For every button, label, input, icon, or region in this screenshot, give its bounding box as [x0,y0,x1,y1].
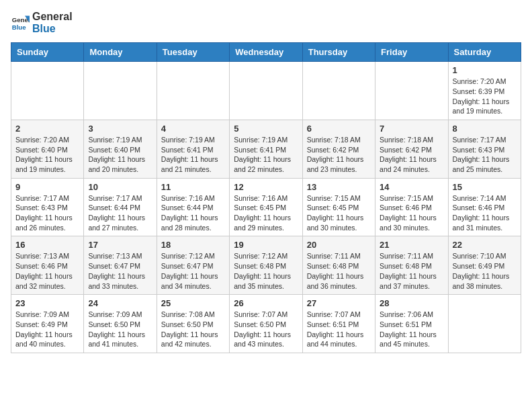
day-info: Sunrise: 7:13 AM Sunset: 6:46 PM Dayligh… [15,251,79,291]
calendar-day-cell: 10Sunrise: 7:17 AM Sunset: 6:44 PM Dayli… [84,178,157,236]
day-number: 9 [15,182,79,192]
calendar-week-row: 9Sunrise: 7:17 AM Sunset: 6:43 PM Daylig… [11,178,521,236]
calendar-day-cell: 3Sunrise: 7:19 AM Sunset: 6:40 PM Daylig… [84,120,157,178]
day-info: Sunrise: 7:06 AM Sunset: 6:51 PM Dayligh… [380,310,443,349]
calendar-day-cell [448,295,521,353]
day-number: 20 [307,240,371,250]
calendar-day-cell: 13Sunrise: 7:15 AM Sunset: 6:45 PM Dayli… [302,178,375,236]
calendar-day-cell: 18Sunrise: 7:12 AM Sunset: 6:47 PM Dayli… [157,236,229,295]
calendar-day-cell [157,62,229,120]
day-of-week-header: Wednesday [230,43,302,62]
svg-text:Blue: Blue [12,23,26,30]
calendar-day-cell: 16Sunrise: 7:13 AM Sunset: 6:46 PM Dayli… [11,236,84,295]
day-number: 14 [380,182,443,192]
calendar-day-cell: 19Sunrise: 7:12 AM Sunset: 6:48 PM Dayli… [230,236,302,295]
calendar-day-cell: 2Sunrise: 7:20 AM Sunset: 6:40 PM Daylig… [11,120,84,178]
day-number: 26 [234,298,298,308]
calendar-day-cell [84,62,157,120]
day-info: Sunrise: 7:18 AM Sunset: 6:42 PM Dayligh… [307,135,371,175]
day-info: Sunrise: 7:15 AM Sunset: 6:46 PM Dayligh… [380,193,443,233]
day-of-week-header: Tuesday [157,43,229,62]
day-number: 23 [15,298,79,308]
calendar-day-cell: 14Sunrise: 7:15 AM Sunset: 6:46 PM Dayli… [375,178,448,236]
calendar-table: SundayMondayTuesdayWednesdayThursdayFrid… [11,42,521,353]
day-of-week-header: Saturday [448,43,521,62]
day-number: 22 [453,240,517,250]
day-number: 6 [307,124,371,134]
day-info: Sunrise: 7:17 AM Sunset: 6:44 PM Dayligh… [88,193,152,233]
calendar-day-cell: 17Sunrise: 7:13 AM Sunset: 6:47 PM Dayli… [84,236,157,295]
calendar-day-cell: 23Sunrise: 7:09 AM Sunset: 6:49 PM Dayli… [11,295,84,353]
calendar-week-row: 1Sunrise: 7:20 AM Sunset: 6:39 PM Daylig… [11,62,521,120]
calendar-day-cell [230,62,302,120]
day-info: Sunrise: 7:12 AM Sunset: 6:47 PM Dayligh… [161,251,225,291]
day-info: Sunrise: 7:12 AM Sunset: 6:48 PM Dayligh… [234,251,298,291]
day-info: Sunrise: 7:09 AM Sunset: 6:50 PM Dayligh… [88,310,152,349]
day-number: 17 [88,240,152,250]
calendar-day-cell: 28Sunrise: 7:06 AM Sunset: 6:51 PM Dayli… [375,295,448,353]
calendar-day-cell: 12Sunrise: 7:16 AM Sunset: 6:45 PM Dayli… [230,178,302,236]
day-number: 11 [161,182,225,192]
calendar-day-cell: 5Sunrise: 7:19 AM Sunset: 6:41 PM Daylig… [230,120,302,178]
logo-blue: Blue [32,23,73,35]
calendar-day-cell: 1Sunrise: 7:20 AM Sunset: 6:39 PM Daylig… [448,62,521,120]
calendar-day-cell: 25Sunrise: 7:08 AM Sunset: 6:50 PM Dayli… [157,295,229,353]
day-info: Sunrise: 7:19 AM Sunset: 6:41 PM Dayligh… [161,135,225,175]
day-number: 5 [234,124,298,134]
day-of-week-header: Sunday [11,43,84,62]
calendar-day-cell: 15Sunrise: 7:14 AM Sunset: 6:46 PM Dayli… [448,178,521,236]
day-number: 28 [380,298,443,308]
day-info: Sunrise: 7:16 AM Sunset: 6:44 PM Dayligh… [161,193,225,233]
day-info: Sunrise: 7:20 AM Sunset: 6:40 PM Dayligh… [15,135,79,175]
day-of-week-header: Thursday [302,43,375,62]
day-info: Sunrise: 7:07 AM Sunset: 6:51 PM Dayligh… [307,310,371,349]
day-info: Sunrise: 7:17 AM Sunset: 6:43 PM Dayligh… [15,193,79,233]
day-number: 24 [88,298,152,308]
day-of-week-header: Monday [84,43,157,62]
calendar-week-row: 23Sunrise: 7:09 AM Sunset: 6:49 PM Dayli… [11,295,521,353]
day-number: 27 [307,298,371,308]
day-number: 2 [15,124,79,134]
calendar-day-cell: 27Sunrise: 7:07 AM Sunset: 6:51 PM Dayli… [302,295,375,353]
day-number: 19 [234,240,298,250]
day-number: 21 [380,240,443,250]
day-number: 12 [234,182,298,192]
calendar-day-cell: 6Sunrise: 7:18 AM Sunset: 6:42 PM Daylig… [302,120,375,178]
day-number: 18 [161,240,225,250]
day-info: Sunrise: 7:17 AM Sunset: 6:43 PM Dayligh… [453,135,517,175]
day-number: 3 [88,124,152,134]
day-info: Sunrise: 7:11 AM Sunset: 6:48 PM Dayligh… [380,251,443,291]
calendar-day-cell: 21Sunrise: 7:11 AM Sunset: 6:48 PM Dayli… [375,236,448,295]
day-info: Sunrise: 7:19 AM Sunset: 6:41 PM Dayligh… [234,135,298,175]
day-number: 4 [161,124,225,134]
calendar-day-cell: 20Sunrise: 7:11 AM Sunset: 6:48 PM Dayli… [302,236,375,295]
day-info: Sunrise: 7:19 AM Sunset: 6:40 PM Dayligh… [88,135,152,175]
logo-general: General [32,11,73,23]
logo: General Blue General Blue [11,11,73,34]
calendar-day-cell: 22Sunrise: 7:10 AM Sunset: 6:49 PM Dayli… [448,236,521,295]
page-header: General Blue General Blue [11,11,521,34]
calendar-day-cell: 4Sunrise: 7:19 AM Sunset: 6:41 PM Daylig… [157,120,229,178]
day-info: Sunrise: 7:14 AM Sunset: 6:46 PM Dayligh… [453,193,517,233]
calendar-day-cell [11,62,84,120]
day-number: 25 [161,298,225,308]
day-info: Sunrise: 7:16 AM Sunset: 6:45 PM Dayligh… [234,193,298,233]
calendar-day-cell [302,62,375,120]
calendar-header-row: SundayMondayTuesdayWednesdayThursdayFrid… [11,43,521,62]
day-number: 15 [453,182,517,192]
calendar-day-cell: 24Sunrise: 7:09 AM Sunset: 6:50 PM Dayli… [84,295,157,353]
day-info: Sunrise: 7:09 AM Sunset: 6:49 PM Dayligh… [15,310,79,349]
calendar-day-cell: 26Sunrise: 7:07 AM Sunset: 6:50 PM Dayli… [230,295,302,353]
calendar-day-cell [375,62,448,120]
day-number: 13 [307,182,371,192]
day-info: Sunrise: 7:18 AM Sunset: 6:42 PM Dayligh… [380,135,443,175]
logo-icon: General Blue [11,13,30,32]
calendar-day-cell: 7Sunrise: 7:18 AM Sunset: 6:42 PM Daylig… [375,120,448,178]
calendar-day-cell: 11Sunrise: 7:16 AM Sunset: 6:44 PM Dayli… [157,178,229,236]
day-number: 7 [380,124,443,134]
day-info: Sunrise: 7:20 AM Sunset: 6:39 PM Dayligh… [453,77,517,116]
day-number: 1 [453,65,517,75]
day-info: Sunrise: 7:11 AM Sunset: 6:48 PM Dayligh… [307,251,371,291]
calendar-week-row: 2Sunrise: 7:20 AM Sunset: 6:40 PM Daylig… [11,120,521,178]
calendar-day-cell: 9Sunrise: 7:17 AM Sunset: 6:43 PM Daylig… [11,178,84,236]
